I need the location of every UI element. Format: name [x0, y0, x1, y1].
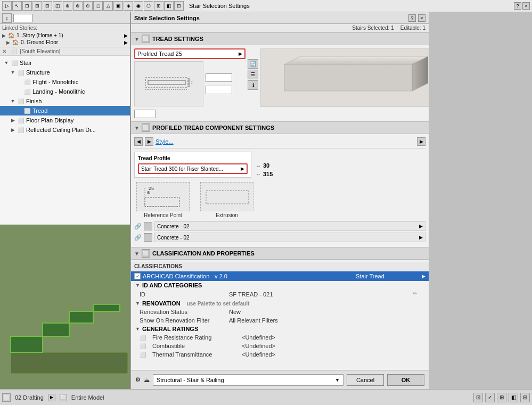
classification-row-1[interactable]: ✓ ARCHICAD Classification - v 2.0 Stair … [131, 271, 429, 281]
dim-ext-1-value: 30 [263, 162, 269, 169]
view-input[interactable]: 0 [13, 14, 32, 22]
floor-plan-label: Floor Plan Display [26, 117, 73, 123]
ref-point-diagram: ⊕ 25 [136, 182, 190, 211]
classif-checkbox-1[interactable]: ✓ [134, 273, 141, 279]
tb-icon-14[interactable]: ◉ [134, 1, 143, 11]
story-1-expand[interactable]: ▶ [2, 33, 6, 38]
finish-label: Finish [26, 98, 42, 104]
dim-ext-2-value: 315 [263, 171, 273, 177]
tb-icon-18[interactable]: ⊟ [174, 1, 184, 11]
side-action-icons: 🔄 ☰ ℹ [248, 59, 258, 118]
bottom-tool-1[interactable]: ⊡ [473, 393, 483, 402]
profile-nav-fwd[interactable]: ▶ [145, 137, 153, 146]
reno-status-row: Renovation Status New [131, 308, 429, 316]
tb-icon-5[interactable]: ⊟ [43, 1, 52, 11]
story-1-arrow[interactable]: ▶ [124, 33, 128, 38]
settings-panel: Stair Selection Settings ? × Stairs Sele… [130, 12, 429, 389]
floor-plan-dropdown[interactable]: Structural - Stair & Railing ▼ [153, 374, 343, 386]
tb-icon-1[interactable]: ▷ [2, 1, 12, 11]
tree-item-finish[interactable]: ▼ ⬜ Finish [0, 96, 130, 106]
bottom-expand-2[interactable]: ⬜ [60, 394, 67, 401]
tree-item-floor-plan[interactable]: ▶ ⬜ Floor Plan Display [0, 115, 130, 125]
tb-icon-11[interactable]: △ [103, 1, 113, 11]
tb-icon-4[interactable]: ⊞ [32, 1, 42, 11]
dialog-help-btn[interactable]: ? [408, 14, 416, 22]
material-name-1[interactable]: Concrete - 02 ▶ [154, 221, 425, 231]
ok-button[interactable]: OK [387, 374, 424, 386]
bottom-tool-3[interactable]: ⊞ [497, 393, 506, 402]
profiled-section-header[interactable]: ▼ ⬜ PROFILED TREAD COMPONENT SETTINGS [131, 121, 429, 134]
classification-header[interactable]: ▼ ⬜ CLASSIFICATION AND PROPERTIES [131, 247, 429, 260]
tb-icon-10[interactable]: ◻ [93, 1, 103, 11]
id-arrow: ▼ [135, 283, 140, 288]
tb-icon-16[interactable]: ⊞ [154, 1, 163, 11]
tread-diagram-area: ↕ 25 10 [134, 61, 245, 106]
tread-settings-header[interactable]: ▼ ⬜ TREAD SETTINGS [131, 32, 429, 45]
landing-label: Landing - Monolithic [32, 88, 85, 95]
story-0-expand[interactable]: ▶ [6, 40, 10, 45]
profile-nav-back[interactable]: ◀ [134, 137, 143, 146]
close-button[interactable]: × [522, 2, 530, 10]
fire-icon: ⬜ [140, 335, 146, 341]
profile-main-row: Tread Profile Stair Tread 300 for Riser … [134, 152, 425, 178]
tb-icon-6[interactable]: ◫ [53, 1, 62, 11]
side-icon-2[interactable]: ☰ [248, 70, 258, 79]
material-name-2[interactable]: Concrete - 02 ▶ [154, 233, 425, 242]
gen-arrow: ▼ [135, 326, 140, 332]
tree-item-structure[interactable]: ▼ ⬜ Structure [0, 68, 130, 77]
tree-item-tread[interactable]: ⬜ Tread [0, 106, 130, 115]
id-categories-header[interactable]: ▼ ID AND CATEGORIES [131, 281, 429, 290]
reno-default-label: use Palette to set default [187, 301, 250, 307]
left-tb-1[interactable]: ↕ [2, 13, 12, 23]
classif-expand-1: ▶ [422, 274, 425, 279]
tb-icon-9[interactable]: ⊙ [83, 1, 93, 11]
tb-icon-12[interactable]: ▣ [113, 1, 123, 11]
dim-input-2[interactable]: 10 [206, 86, 232, 94]
tree-item-stair[interactable]: ▼ ⬜ Stair [0, 58, 130, 68]
story-0-label[interactable]: 0. Ground Floor [21, 39, 58, 45]
bottom-tool-2[interactable]: ✓ [485, 393, 495, 402]
tree-item-landing[interactable]: ⬜ Landing - Monolithic [0, 87, 130, 96]
tread-bottom-row: 15 [134, 110, 245, 118]
story-0-arrow[interactable]: ▶ [124, 40, 128, 45]
dim-input-1[interactable]: 25 [206, 73, 232, 82]
ref-ext-labels: Reference Point Extrusion [134, 212, 425, 218]
cancel-button[interactable]: Cancel [347, 374, 384, 386]
tb-icon-13[interactable]: ◈ [124, 1, 133, 11]
ext-svg [201, 183, 254, 212]
floor-plan-arrow: ▶ [10, 117, 16, 123]
story-1-label[interactable]: 1. Story (Home + 1) [17, 32, 63, 38]
tree-item-flight[interactable]: ⬜ Flight - Monolithic [0, 77, 130, 87]
tread-arrow [16, 108, 22, 114]
profile-dropdown[interactable]: Stair Tread 300 for Riser Slanted... ▶ [138, 163, 248, 174]
tb-icon-17[interactable]: ◧ [164, 1, 174, 11]
bottom-tool-4[interactable]: ◧ [509, 393, 518, 402]
bottom-tool-5[interactable]: ⊟ [520, 393, 530, 402]
thermal-icon: ⬜ [140, 352, 146, 358]
tree-item-reflected[interactable]: ▶ ⬜ Reflected Ceiling Plan Di... [0, 125, 130, 135]
general-ratings-header[interactable]: ▼ GENERAL RATINGS [131, 325, 429, 333]
combustible-icon: ⬜ [140, 343, 146, 349]
bottom-icon-1[interactable]: ⬜ [2, 393, 11, 402]
side-icon-1[interactable]: 🔄 [248, 59, 258, 69]
dialog-close-btn[interactable]: × [418, 14, 425, 22]
help-button[interactable]: ? [514, 2, 521, 10]
profile-box: Tread Profile Stair Tread 300 for Riser … [134, 152, 251, 178]
floor-plan-arrow: ▼ [335, 377, 340, 383]
tb-icon-3[interactable]: ⊡ [22, 1, 32, 11]
tread-dim-inputs: 25 10 [206, 61, 232, 106]
svg-marker-14 [284, 56, 428, 64]
bottom-val-input[interactable]: 15 [134, 110, 155, 118]
tb-icon-8[interactable]: ⊗ [73, 1, 83, 11]
renovation-header[interactable]: ▼ RENOVATION use Palette to set default [131, 299, 429, 308]
profiled-tread-dropdown[interactable]: Profiled Tread 25 ▶ [134, 48, 245, 59]
svg-rect-8 [0, 225, 130, 304]
id-edit-icon[interactable]: ✏ [413, 291, 420, 298]
style-link[interactable]: Style... [155, 138, 174, 145]
tb-icon-7[interactable]: ⊕ [63, 1, 72, 11]
profile-nav-expand[interactable]: ▶ [417, 137, 425, 146]
tb-icon-15[interactable]: ⬡ [144, 1, 153, 11]
tb-icon-2[interactable]: ↖ [12, 1, 22, 11]
side-icon-3[interactable]: ℹ [248, 80, 258, 90]
bottom-expand-1[interactable]: ▶ [48, 394, 55, 401]
